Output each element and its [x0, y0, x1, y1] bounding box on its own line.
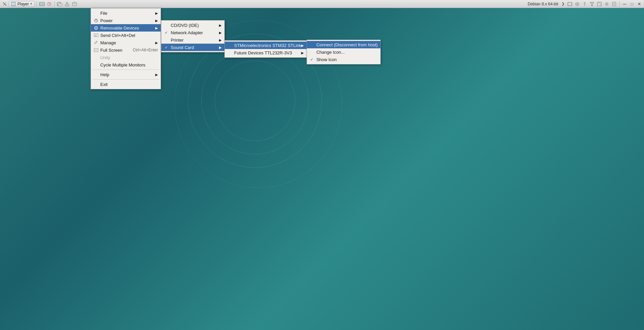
toolbar-right: Debian 8.x 64-bit ❯ ─ □ ✕: [528, 1, 643, 7]
menu-item-exit[interactable]: Exit: [91, 81, 161, 88]
show-icon-checkmark: ✓: [310, 57, 313, 62]
minimize-button[interactable]: ─: [621, 1, 628, 7]
stm32-arrow: ▶: [301, 44, 304, 47]
svg-point-18: [577, 3, 578, 5]
separator-2: [54, 1, 55, 7]
future-arrow: ▶: [301, 51, 304, 55]
vm-file-icon[interactable]: [611, 1, 618, 7]
menu-item-sound-card[interactable]: ✓ Sound Card ▶: [161, 44, 224, 51]
svg-point-13: [67, 5, 67, 6]
menu-item-send-ctrl-alt-del[interactable]: Send Ctrl+Alt+Del: [91, 32, 161, 39]
sound-checkmark: ✓: [165, 45, 168, 50]
network-check: ✓: [163, 31, 169, 35]
vm-title-arrow: ❯: [561, 2, 565, 6]
menu-separator-1: [92, 69, 159, 70]
toolbar-icon-3[interactable]: [56, 1, 63, 7]
vm-settings-icon[interactable]: [567, 1, 573, 7]
separator-right: [619, 1, 620, 7]
removable-devices-arrow: ▶: [155, 26, 158, 30]
separator-1: [37, 1, 37, 7]
removable-devices-icon: [93, 26, 99, 30]
svg-rect-16: [568, 2, 572, 6]
vm-snapshot-icon[interactable]: [574, 1, 581, 7]
menu-item-stm32-stlink[interactable]: STMicroelectronics STM32 STLink ▶: [225, 42, 307, 49]
menu-item-file[interactable]: File ▶: [91, 9, 161, 17]
cdvd-arrow: ▶: [219, 23, 222, 27]
pin-button[interactable]: [1, 1, 8, 7]
toolbar: Player ▼ D: [0, 0, 644, 8]
menu-separator-2: [92, 79, 159, 80]
svg-rect-22: [592, 2, 594, 3]
removable-devices-submenu: CD/DVD (IDE) ▶ ✓ Network Adapter ▶ Print…: [161, 20, 225, 52]
menu-item-network-adapter[interactable]: ✓ Network Adapter ▶: [161, 29, 224, 36]
manage-arrow: ▶: [155, 41, 158, 45]
network-arrow: ▶: [219, 31, 222, 35]
menu-item-full-screen[interactable]: Full Screen Ctrl+Alt+Enter: [91, 46, 161, 54]
wrench-icon: [93, 41, 99, 45]
player-menu-button[interactable]: Player ▼: [9, 1, 35, 7]
vm-network-icon[interactable]: [589, 1, 595, 7]
full-screen-shortcut: Ctrl+Alt+Enter: [123, 48, 158, 52]
player-menu: File ▶ Power ▶ Removable Devices ▶ Send …: [91, 8, 161, 89]
svg-rect-32: [612, 2, 616, 6]
svg-rect-46: [95, 49, 98, 51]
menu-item-help[interactable]: Help ▶: [91, 71, 161, 78]
menu-item-change-icon[interactable]: Change Icon...: [307, 48, 380, 56]
toolbar-icon-1[interactable]: [39, 1, 45, 7]
menu-item-manage[interactable]: Manage ▶: [91, 39, 161, 46]
menu-item-removable-devices[interactable]: Removable Devices ▶: [91, 24, 161, 32]
menu-item-cdvd-ide[interactable]: CD/DVD (IDE) ▶: [161, 21, 224, 29]
sound-check: ✓: [163, 45, 169, 50]
toolbar-icon-5[interactable]: [71, 1, 78, 7]
help-arrow: ▶: [155, 73, 158, 77]
menu-item-printer[interactable]: Printer ▶: [161, 36, 224, 44]
close-button[interactable]: ✕: [636, 1, 643, 7]
sound-card-submenu: STMicroelectronics STM32 STLink ▶ Future…: [224, 40, 307, 58]
stm32-submenu: Connect (Disconnect from host) Change Ic…: [307, 40, 381, 64]
svg-point-31: [606, 3, 608, 5]
vm-floppy-icon[interactable]: [596, 1, 603, 7]
menu-item-power[interactable]: Power ▶: [91, 17, 161, 24]
vm-gear-icon[interactable]: [603, 1, 610, 7]
menu-item-cycle-monitors[interactable]: Cycle Multiple Monitors: [91, 61, 161, 68]
show-icon-check: ✓: [309, 57, 314, 62]
svg-rect-5: [40, 3, 44, 5]
power-icon: [93, 18, 99, 23]
menu-item-connect[interactable]: Connect (Disconnect from host): [307, 41, 380, 48]
svg-rect-10: [59, 3, 62, 6]
toolbar-icon-4[interactable]: [64, 1, 70, 7]
toolbar-icon-2[interactable]: [46, 1, 53, 7]
player-menu-arrow: ▼: [30, 2, 33, 5]
vm-title: Debian 8.x 64-bit: [528, 2, 558, 6]
svg-rect-30: [600, 4, 601, 6]
menu-item-show-icon[interactable]: ✓ Show Icon: [307, 56, 380, 63]
power-arrow: ▶: [155, 19, 158, 22]
menu-container: File ▶ Power ▶ Removable Devices ▶ Send …: [91, 8, 161, 89]
network-checkmark: ✓: [165, 31, 168, 35]
maximize-button[interactable]: □: [629, 1, 635, 7]
fullscreen-icon: [93, 48, 99, 52]
svg-rect-15: [73, 2, 75, 3]
sound-arrow: ▶: [219, 46, 222, 49]
menu-item-future-devices[interactable]: Future Devices TTL232R-3V3 ▶: [225, 49, 307, 56]
printer-arrow: ▶: [219, 38, 222, 42]
svg-point-38: [95, 27, 97, 29]
file-arrow: ▶: [155, 11, 158, 15]
menu-item-unity: Unity: [91, 54, 161, 61]
svg-rect-29: [598, 2, 601, 3]
svg-rect-21: [590, 2, 592, 3]
svg-rect-40: [94, 34, 98, 37]
svg-rect-3: [11, 3, 15, 5]
svg-rect-23: [591, 5, 593, 6]
vm-usb-icon[interactable]: [581, 1, 588, 7]
keyboard-icon: [93, 34, 99, 37]
